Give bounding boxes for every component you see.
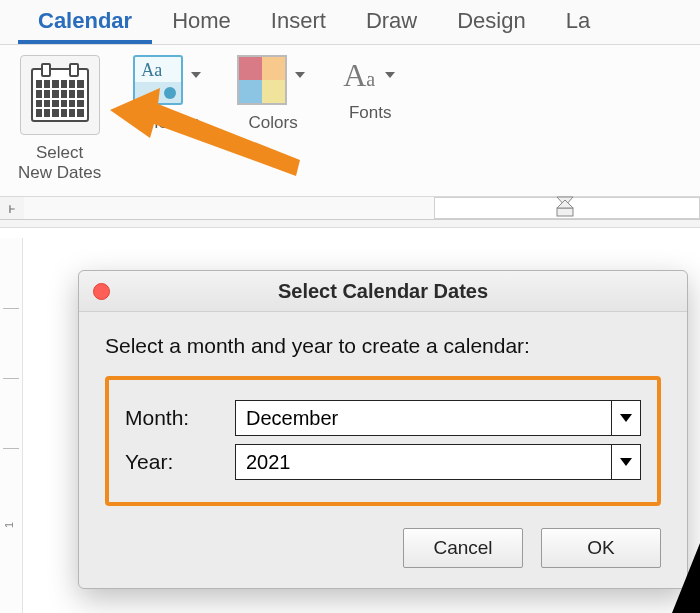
themes-label: Themes xyxy=(138,113,199,133)
dialog-titlebar[interactable]: Select Calendar Dates xyxy=(79,271,687,312)
select-calendar-dates-dialog: Select Calendar Dates Select a month and… xyxy=(78,270,688,589)
select-new-dates-label: Select New Dates xyxy=(18,143,101,182)
dialog-button-row: Cancel OK xyxy=(105,528,661,568)
highlighted-fields-box: Month: Year: xyxy=(105,376,661,506)
fonts-label: Fonts xyxy=(349,103,392,123)
chevron-down-icon xyxy=(294,71,306,79)
cancel-button[interactable]: Cancel xyxy=(403,528,523,568)
group-themes: Themes xyxy=(133,55,205,182)
margin-marker-icon[interactable] xyxy=(556,194,574,222)
themes-dropdown[interactable] xyxy=(187,55,205,79)
triangle-down-icon xyxy=(619,413,633,423)
svg-rect-4 xyxy=(557,208,573,216)
month-dropdown-button[interactable] xyxy=(611,401,640,435)
svg-marker-7 xyxy=(620,414,632,422)
month-input[interactable] xyxy=(236,401,611,435)
group-select-new-dates: Select New Dates xyxy=(18,55,101,182)
svg-marker-8 xyxy=(620,458,632,466)
year-input[interactable] xyxy=(236,445,611,479)
group-colors: Colors xyxy=(237,55,309,182)
chevron-down-icon xyxy=(384,71,396,79)
cropped-corner-artifact xyxy=(672,543,700,613)
ribbon-toolbar: Select New Dates Themes Colors Aa xyxy=(0,45,700,197)
triangle-down-icon xyxy=(619,457,633,467)
month-label: Month: xyxy=(125,406,235,430)
vertical-ruler[interactable]: 1 xyxy=(0,238,23,613)
select-new-dates-button[interactable] xyxy=(20,55,100,135)
calendar-grid-icon xyxy=(31,68,89,122)
group-fonts: Aa Fonts xyxy=(341,55,399,182)
svg-marker-0 xyxy=(191,72,201,78)
year-row: Year: xyxy=(125,444,641,480)
colors-label: Colors xyxy=(249,113,298,133)
close-window-icon[interactable] xyxy=(93,283,110,300)
month-combobox[interactable] xyxy=(235,400,641,436)
tab-layout-partial[interactable]: La xyxy=(546,0,610,44)
ribbon-tabs: Calendar Home Insert Draw Design La xyxy=(0,0,700,45)
tab-calendar[interactable]: Calendar xyxy=(18,0,152,44)
year-label: Year: xyxy=(125,450,235,474)
themes-icon[interactable] xyxy=(133,55,183,105)
dialog-body: Select a month and year to create a cale… xyxy=(79,312,687,588)
fonts-icon[interactable]: Aa xyxy=(341,55,377,95)
svg-marker-2 xyxy=(385,72,395,78)
ok-button[interactable]: OK xyxy=(541,528,661,568)
horizontal-ruler-area: ⱶ xyxy=(0,197,700,228)
year-dropdown-button[interactable] xyxy=(611,445,640,479)
ruler-tick-label: 1 xyxy=(3,522,15,528)
month-row: Month: xyxy=(125,400,641,436)
app-frame: Calendar Home Insert Draw Design La Sele… xyxy=(0,0,700,613)
year-combobox[interactable] xyxy=(235,444,641,480)
tab-insert[interactable]: Insert xyxy=(251,0,346,44)
horizontal-ruler[interactable] xyxy=(24,197,700,220)
colors-icon[interactable] xyxy=(237,55,287,105)
tab-selector-icon[interactable]: ⱶ xyxy=(0,197,25,220)
dialog-title: Select Calendar Dates xyxy=(79,280,687,303)
tab-home[interactable]: Home xyxy=(152,0,251,44)
chevron-down-icon xyxy=(190,71,202,79)
colors-dropdown[interactable] xyxy=(291,55,309,79)
fonts-dropdown[interactable] xyxy=(381,55,399,79)
tab-draw[interactable]: Draw xyxy=(346,0,437,44)
svg-marker-1 xyxy=(295,72,305,78)
tab-design[interactable]: Design xyxy=(437,0,545,44)
svg-marker-5 xyxy=(557,200,573,208)
dialog-instruction: Select a month and year to create a cale… xyxy=(105,334,661,358)
